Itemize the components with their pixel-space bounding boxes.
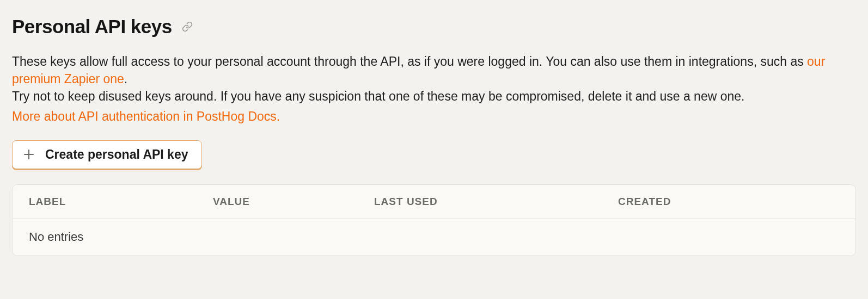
- table-body: No entries: [13, 219, 855, 256]
- description-text-1: These keys allow full access to your per…: [12, 54, 807, 68]
- table-empty-state: No entries: [29, 229, 839, 246]
- table-header-label: Label: [29, 195, 213, 209]
- table-header-created: Created: [618, 195, 839, 209]
- description-block: These keys allow full access to your per…: [12, 53, 856, 105]
- link-icon[interactable]: [182, 21, 193, 32]
- description-punct: .: [124, 72, 127, 86]
- description-text-2: Try not to keep disused keys around. If …: [12, 88, 856, 105]
- table-header-last-used: Last Used: [374, 195, 618, 209]
- docs-link[interactable]: More about API authentication in PostHog…: [12, 109, 280, 123]
- plus-icon: [22, 148, 35, 161]
- page-title: Personal API keys: [12, 13, 172, 40]
- table-header-row: Label Value Last Used Created: [13, 185, 855, 220]
- api-keys-table: Label Value Last Used Created No entries: [12, 184, 856, 256]
- table-header-value: Value: [213, 195, 374, 209]
- create-button-label: Create personal API key: [45, 147, 188, 162]
- create-api-key-button[interactable]: Create personal API key: [12, 140, 202, 169]
